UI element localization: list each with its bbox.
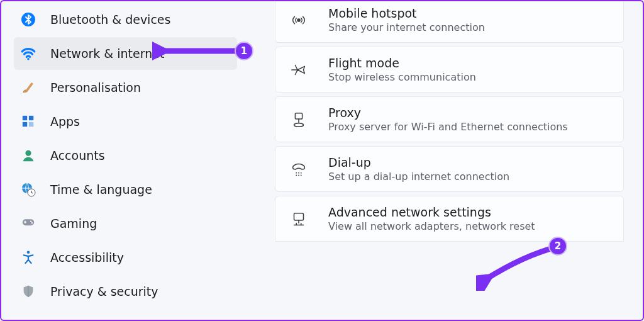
card-subtitle: Share your internet connection: [328, 21, 485, 33]
card-title: Proxy: [328, 106, 568, 120]
proxy-icon: [288, 109, 309, 130]
settings-sidebar: Bluetooth & devices Network & internet P…: [1, 1, 250, 320]
sidebar-item-privacy[interactable]: Privacy & security: [14, 275, 237, 308]
svg-point-1: [27, 58, 29, 60]
sidebar-item-apps[interactable]: Apps: [14, 105, 237, 138]
card-flight-mode[interactable]: Flight mode Stop wireless communication: [275, 47, 624, 93]
sidebar-item-label: Accessibility: [50, 251, 124, 264]
svg-point-11: [31, 222, 33, 223]
phone-icon: [288, 159, 309, 180]
sidebar-item-label: Time & language: [50, 183, 152, 196]
card-dial-up[interactable]: Dial-up Set up a dial-up internet connec…: [275, 146, 624, 192]
card-title: Advanced network settings: [328, 205, 535, 219]
svg-point-15: [294, 123, 304, 127]
svg-rect-14: [295, 113, 302, 118]
network-adapter-icon: [288, 208, 309, 230]
sidebar-item-label: Gaming: [50, 217, 97, 230]
annotation-badge-1: 1: [236, 43, 252, 59]
sidebar-item-label: Accounts: [50, 149, 105, 162]
sidebar-item-time-language[interactable]: Time & language: [14, 173, 237, 206]
bluetooth-icon: [20, 11, 36, 28]
airplane-icon: [288, 59, 309, 81]
svg-rect-2: [23, 116, 27, 120]
card-title: Mobile hotspot: [328, 6, 485, 20]
sidebar-item-gaming[interactable]: Gaming: [14, 207, 237, 240]
svg-point-19: [296, 174, 297, 176]
sidebar-item-label: Apps: [50, 115, 80, 128]
card-subtitle: Stop wireless communication: [328, 71, 476, 83]
svg-point-21: [301, 174, 302, 176]
person-icon: [20, 147, 36, 164]
svg-rect-4: [23, 122, 27, 127]
svg-point-17: [298, 172, 299, 173]
accessibility-icon: [20, 249, 36, 266]
shield-icon: [20, 283, 36, 300]
card-title: Dial-up: [328, 155, 509, 169]
globe-clock-icon: [20, 181, 36, 198]
settings-content: Mobile hotspot Share your internet conne…: [250, 1, 643, 320]
svg-point-20: [298, 174, 299, 176]
card-mobile-hotspot[interactable]: Mobile hotspot Share your internet conne…: [275, 0, 624, 43]
svg-point-6: [25, 150, 31, 156]
sidebar-item-label: Bluetooth & devices: [50, 13, 170, 26]
sidebar-item-personalisation[interactable]: Personalisation: [14, 71, 237, 104]
apps-icon: [20, 113, 36, 130]
svg-point-16: [296, 172, 297, 173]
card-subtitle: View all network adapters, network reset: [328, 220, 535, 232]
svg-point-12: [27, 251, 30, 254]
sidebar-item-network[interactable]: Network & internet: [14, 37, 237, 70]
svg-point-10: [30, 221, 31, 222]
sidebar-item-label: Personalisation: [50, 81, 141, 94]
svg-point-18: [301, 172, 302, 173]
card-title: Flight mode: [328, 56, 476, 70]
card-subtitle: Set up a dial-up internet connection: [328, 171, 509, 183]
svg-rect-5: [29, 122, 33, 127]
annotation-badge-2: 2: [550, 238, 566, 254]
card-proxy[interactable]: Proxy Proxy server for Wi-Fi and Etherne…: [275, 96, 624, 142]
sidebar-item-label: Privacy & security: [50, 284, 158, 298]
gamepad-icon: [20, 215, 36, 232]
card-advanced-network[interactable]: Advanced network settings View all netwo…: [275, 196, 624, 242]
wifi-icon: [20, 45, 36, 62]
hotspot-icon: [288, 9, 309, 31]
svg-point-13: [297, 18, 301, 22]
card-subtitle: Proxy server for Wi-Fi and Ethernet conn…: [328, 121, 568, 133]
sidebar-item-accessibility[interactable]: Accessibility: [14, 241, 237, 274]
svg-rect-3: [29, 116, 33, 120]
svg-rect-22: [294, 213, 304, 220]
sidebar-item-label: Network & internet: [50, 47, 164, 60]
sidebar-item-accounts[interactable]: Accounts: [14, 139, 237, 172]
brush-icon: [20, 79, 36, 96]
sidebar-item-bluetooth[interactable]: Bluetooth & devices: [14, 3, 237, 36]
